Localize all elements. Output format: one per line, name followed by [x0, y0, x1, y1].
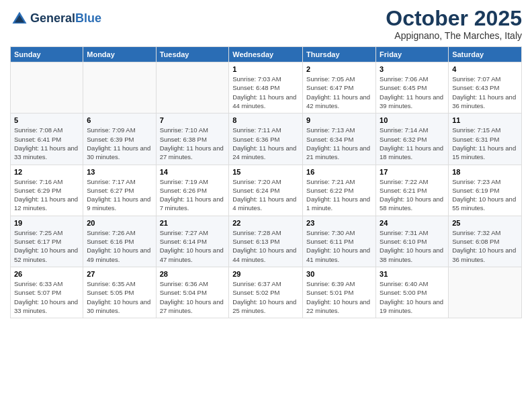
day-number: 17: [380, 168, 445, 176]
day-info: Sunrise: 7:25 AMSunset: 6:17 PMDaylight:…: [14, 228, 79, 264]
day-info: Sunrise: 7:16 AMSunset: 6:29 PMDaylight:…: [14, 177, 79, 213]
day-number: 11: [452, 116, 518, 124]
day-number: 4: [452, 65, 518, 73]
calendar-header: Sunday Monday Tuesday Wednesday Thursday…: [11, 47, 522, 62]
day-info: Sunrise: 7:31 AMSunset: 6:10 PMDaylight:…: [380, 228, 445, 264]
calendar-cell: 28Sunrise: 6:36 AMSunset: 5:04 PMDayligh…: [156, 267, 229, 318]
calendar-cell: [11, 62, 83, 113]
day-info: Sunrise: 7:20 AMSunset: 6:24 PMDaylight:…: [232, 177, 299, 213]
day-number: 30: [306, 270, 372, 278]
calendar-cell: 20Sunrise: 7:26 AMSunset: 6:16 PMDayligh…: [83, 216, 156, 267]
calendar-cell: 8Sunrise: 7:11 AMSunset: 6:36 PMDaylight…: [229, 113, 303, 165]
day-info: Sunrise: 7:27 AMSunset: 6:14 PMDaylight:…: [160, 228, 226, 264]
col-tuesday: Tuesday: [156, 47, 229, 62]
calendar-cell: 12Sunrise: 7:16 AMSunset: 6:29 PMDayligh…: [11, 165, 83, 216]
day-number: 22: [232, 219, 299, 227]
day-number: 25: [452, 219, 518, 227]
calendar-cell: 27Sunrise: 6:35 AMSunset: 5:05 PMDayligh…: [83, 267, 156, 318]
calendar-cell: [156, 62, 229, 113]
calendar-week-5: 26Sunrise: 6:33 AMSunset: 5:07 PMDayligh…: [11, 267, 522, 318]
logo-general: General: [30, 11, 75, 25]
day-number: 12: [14, 168, 79, 176]
day-number: 8: [232, 116, 299, 124]
calendar-cell: 26Sunrise: 6:33 AMSunset: 5:07 PMDayligh…: [11, 267, 83, 318]
day-number: 18: [452, 168, 518, 176]
col-friday: Friday: [376, 47, 449, 62]
location-subtitle: Appignano, The Marches, Italy: [386, 30, 522, 41]
day-info: Sunrise: 7:07 AMSunset: 6:43 PMDaylight:…: [452, 75, 518, 110]
day-info: Sunrise: 6:40 AMSunset: 5:00 PMDaylight:…: [380, 279, 445, 315]
day-info: Sunrise: 7:22 AMSunset: 6:21 PMDaylight:…: [380, 177, 445, 213]
col-monday: Monday: [83, 47, 156, 62]
day-number: 14: [160, 168, 226, 176]
day-number: 1: [232, 65, 299, 73]
day-number: 23: [306, 219, 372, 227]
calendar-cell: 6Sunrise: 7:09 AMSunset: 6:39 PMDaylight…: [83, 113, 156, 165]
day-info: Sunrise: 7:30 AMSunset: 6:11 PMDaylight:…: [306, 228, 372, 264]
calendar-cell: 23Sunrise: 7:30 AMSunset: 6:11 PMDayligh…: [303, 216, 376, 267]
day-info: Sunrise: 7:10 AMSunset: 6:38 PMDaylight:…: [160, 126, 226, 161]
calendar-week-4: 19Sunrise: 7:25 AMSunset: 6:17 PMDayligh…: [11, 216, 522, 267]
day-info: Sunrise: 7:05 AMSunset: 6:47 PMDaylight:…: [306, 75, 372, 110]
page-container: GeneralBlue October 2025 Appignano, The …: [0, 0, 532, 325]
day-info: Sunrise: 7:23 AMSunset: 6:19 PMDaylight:…: [452, 177, 518, 213]
day-number: 5: [14, 116, 79, 124]
day-number: 3: [380, 65, 445, 73]
calendar-cell: 5Sunrise: 7:08 AMSunset: 6:41 PMDaylight…: [11, 113, 83, 165]
calendar-cell: 17Sunrise: 7:22 AMSunset: 6:21 PMDayligh…: [376, 165, 449, 216]
calendar-table: Sunday Monday Tuesday Wednesday Thursday…: [10, 46, 522, 318]
col-thursday: Thursday: [303, 47, 376, 62]
day-info: Sunrise: 7:26 AMSunset: 6:16 PMDaylight:…: [87, 228, 152, 264]
calendar-cell: 2Sunrise: 7:05 AMSunset: 6:47 PMDaylight…: [303, 62, 376, 113]
day-number: 21: [160, 219, 226, 227]
calendar-cell: 31Sunrise: 6:40 AMSunset: 5:00 PMDayligh…: [376, 267, 449, 318]
day-number: 19: [14, 219, 79, 227]
day-info: Sunrise: 7:08 AMSunset: 6:41 PMDaylight:…: [14, 126, 79, 161]
calendar-cell: 30Sunrise: 6:39 AMSunset: 5:01 PMDayligh…: [303, 267, 376, 318]
calendar-cell: 3Sunrise: 7:06 AMSunset: 6:45 PMDaylight…: [376, 62, 449, 113]
calendar-cell: 9Sunrise: 7:13 AMSunset: 6:34 PMDaylight…: [303, 113, 376, 165]
day-number: 15: [232, 168, 299, 176]
day-number: 9: [306, 116, 372, 124]
day-info: Sunrise: 7:03 AMSunset: 6:48 PMDaylight:…: [232, 75, 299, 110]
calendar-cell: 29Sunrise: 6:37 AMSunset: 5:02 PMDayligh…: [229, 267, 303, 318]
logo-blue: Blue: [75, 11, 101, 25]
calendar-cell: 24Sunrise: 7:31 AMSunset: 6:10 PMDayligh…: [376, 216, 449, 267]
day-info: Sunrise: 7:28 AMSunset: 6:13 PMDaylight:…: [232, 228, 299, 264]
calendar-cell: 1Sunrise: 7:03 AMSunset: 6:48 PMDaylight…: [229, 62, 303, 113]
title-block: October 2025 Appignano, The Marches, Ita…: [386, 7, 522, 41]
calendar-cell: [449, 267, 522, 318]
logo-text-line1: GeneralBlue: [30, 12, 101, 26]
calendar-cell: 16Sunrise: 7:21 AMSunset: 6:22 PMDayligh…: [303, 165, 376, 216]
day-info: Sunrise: 7:09 AMSunset: 6:39 PMDaylight:…: [87, 126, 152, 161]
calendar-cell: [83, 62, 156, 113]
calendar-cell: 18Sunrise: 7:23 AMSunset: 6:19 PMDayligh…: [449, 165, 522, 216]
calendar-cell: 22Sunrise: 7:28 AMSunset: 6:13 PMDayligh…: [229, 216, 303, 267]
day-info: Sunrise: 7:06 AMSunset: 6:45 PMDaylight:…: [380, 75, 445, 110]
day-number: 28: [160, 270, 226, 278]
day-info: Sunrise: 6:35 AMSunset: 5:05 PMDaylight:…: [87, 279, 152, 315]
calendar-week-3: 12Sunrise: 7:16 AMSunset: 6:29 PMDayligh…: [11, 165, 522, 216]
logo-icon: [10, 9, 29, 28]
calendar-cell: 14Sunrise: 7:19 AMSunset: 6:26 PMDayligh…: [156, 165, 229, 216]
day-info: Sunrise: 7:19 AMSunset: 6:26 PMDaylight:…: [160, 177, 226, 213]
calendar-body: 1Sunrise: 7:03 AMSunset: 6:48 PMDaylight…: [11, 62, 522, 318]
day-info: Sunrise: 6:39 AMSunset: 5:01 PMDaylight:…: [306, 279, 372, 315]
day-info: Sunrise: 6:33 AMSunset: 5:07 PMDaylight:…: [14, 279, 79, 315]
day-number: 2: [306, 65, 372, 73]
calendar-week-2: 5Sunrise: 7:08 AMSunset: 6:41 PMDaylight…: [11, 113, 522, 165]
day-number: 26: [14, 270, 79, 278]
day-number: 31: [380, 270, 445, 278]
calendar-week-1: 1Sunrise: 7:03 AMSunset: 6:48 PMDaylight…: [11, 62, 522, 113]
calendar-cell: 11Sunrise: 7:15 AMSunset: 6:31 PMDayligh…: [449, 113, 522, 165]
calendar-cell: 7Sunrise: 7:10 AMSunset: 6:38 PMDaylight…: [156, 113, 229, 165]
col-sunday: Sunday: [11, 47, 83, 62]
day-number: 7: [160, 116, 226, 124]
day-info: Sunrise: 6:37 AMSunset: 5:02 PMDaylight:…: [232, 279, 299, 315]
calendar-cell: 13Sunrise: 7:17 AMSunset: 6:27 PMDayligh…: [83, 165, 156, 216]
calendar-cell: 19Sunrise: 7:25 AMSunset: 6:17 PMDayligh…: [11, 216, 83, 267]
day-info: Sunrise: 7:11 AMSunset: 6:36 PMDaylight:…: [232, 126, 299, 161]
logo: GeneralBlue: [10, 9, 101, 28]
day-number: 29: [232, 270, 299, 278]
day-info: Sunrise: 7:15 AMSunset: 6:31 PMDaylight:…: [452, 126, 518, 161]
